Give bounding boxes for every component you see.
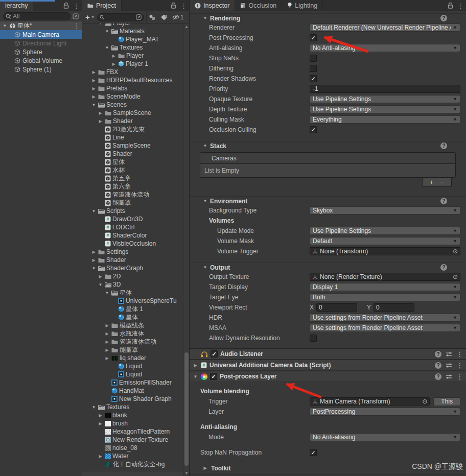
dropdown[interactable]: Use settings from Render Pipeline Asset▼	[310, 314, 460, 322]
project-tree-item[interactable]: #VisbleOcclusion	[82, 240, 183, 248]
project-tree-item[interactable]: ▶Shader	[82, 117, 183, 125]
foldout-closed-icon[interactable]: ▶	[202, 466, 208, 470]
foldout-closed-icon[interactable]: ▶	[104, 331, 110, 336]
foldout-open-icon[interactable]: ▼	[104, 45, 110, 50]
component-header[interactable]: ▼✓ Post-process Layer ? ⋮	[190, 371, 466, 382]
project-tree-item[interactable]: ▶模型线条	[82, 321, 183, 329]
project-tree-item[interactable]: 化工自动化安全-bg	[82, 460, 183, 468]
foldout-closed-icon[interactable]: ▶	[111, 62, 116, 66]
foldout-closed-icon[interactable]: ▶	[91, 258, 97, 263]
hierarchy-search-input[interactable]: All	[3, 12, 71, 20]
project-tree-item[interactable]: SampleScene	[82, 141, 183, 150]
project-tree-item[interactable]: ▶SceneModle	[82, 92, 183, 101]
project-tree-item[interactable]: ▶2D	[82, 272, 183, 280]
checkbox[interactable]	[310, 55, 317, 62]
foldout-open-icon[interactable]: ▼	[104, 291, 110, 295]
foldout-closed-icon[interactable]: ▶	[91, 94, 97, 99]
foldout-closed-icon[interactable]: ▶	[104, 348, 110, 352]
tab-inspector[interactable]: Inspector	[190, 0, 235, 11]
project-tree-item[interactable]: ▼Materials	[82, 27, 183, 35]
project-tree-item[interactable]: #ShaderColor	[82, 231, 183, 240]
dropdown[interactable]: PostProcessing▼	[310, 408, 460, 416]
foldout-closed-icon[interactable]: ▶	[104, 340, 110, 344]
foldout-open-icon[interactable]: ▼	[193, 374, 198, 379]
foldout-open-icon[interactable]: ▼	[202, 16, 208, 20]
foldout-open-icon[interactable]: ▼	[98, 282, 103, 287]
project-tree-item[interactable]: ▶HDRPDefaultResources	[82, 76, 183, 84]
dropdown[interactable]: Use Pipeline Settings▼	[310, 105, 460, 113]
foldout-closed-icon[interactable]: ▶	[98, 454, 103, 459]
project-tree-item[interactable]: HexagonTiledPattern	[82, 427, 183, 436]
checkbox[interactable]: ✓	[310, 34, 317, 41]
component-header[interactable]: ✓ Audio Listener ? ⋮	[190, 348, 466, 360]
project-tree-item[interactable]: 星体	[82, 158, 183, 166]
lock-icon[interactable]	[63, 3, 69, 9]
component-enabled-checkbox[interactable]: ✓	[210, 373, 217, 380]
dropdown[interactable]: Use Pipeline Settings▼	[310, 95, 460, 103]
dropdown[interactable]: Use settings from Render Pipeline Asset▼	[310, 324, 460, 332]
dropdown[interactable]: Everything▼	[310, 115, 460, 124]
foldout-closed-icon[interactable]: ▶	[91, 250, 97, 254]
dropdown[interactable]: No Anti-aliasing▼	[310, 433, 460, 441]
project-tree-item[interactable]: 2D激光光束	[82, 125, 183, 133]
component-header[interactable]: ▶# Universal Additional Camera Data (Scr…	[190, 360, 466, 371]
text-field[interactable]: -1	[310, 85, 460, 93]
component-enabled-checkbox[interactable]: ✓	[211, 350, 218, 358]
project-tree-item[interactable]: Shader	[82, 150, 183, 158]
dropdown[interactable]: Use Pipeline Settings▼	[310, 227, 460, 235]
project-tree-item[interactable]: 管道液体流动	[82, 191, 183, 199]
hierarchy-item[interactable]: Sphere	[0, 47, 82, 56]
tab-hierarchy[interactable]: ierarchy	[0, 0, 33, 11]
foldout-closed-icon[interactable]: ▶	[104, 356, 110, 361]
kebab-menu-icon[interactable]: ⋮	[456, 373, 463, 380]
help-icon[interactable]: ?	[435, 373, 441, 380]
project-tree-item[interactable]: Player_MAT	[82, 35, 183, 43]
foldout-open-icon[interactable]: ▼	[91, 103, 97, 107]
help-icon[interactable]: ?	[435, 362, 441, 369]
foldout-closed-icon[interactable]: ▶	[91, 78, 97, 83]
tab-lighting[interactable]: Lighting	[282, 0, 323, 11]
foldout-closed-icon[interactable]: ▶	[91, 86, 97, 91]
checkbox[interactable]: ✓	[310, 449, 317, 456]
project-tree-item[interactable]: New Shader Graph	[82, 395, 183, 403]
project-tree-item[interactable]: 第五章	[82, 174, 183, 182]
project-tree-item[interactable]: ▼Textures	[82, 43, 183, 52]
project-scrollbar[interactable]: ▲ ▼	[183, 23, 189, 476]
foldout-open-icon[interactable]: ▼	[104, 29, 110, 34]
object-field[interactable]: None (Render Texture)⊙	[310, 273, 460, 281]
project-tree-item[interactable]: ▶Settings	[82, 248, 183, 256]
kebab-menu-icon[interactable]: ⋮	[457, 2, 464, 10]
project-tree-item[interactable]: #LODCtrl	[82, 223, 183, 231]
project-tree-item[interactable]: noise_08	[82, 444, 183, 452]
foldout-open-icon[interactable]: ▼	[2, 23, 8, 28]
foldout-open-icon[interactable]: ▼	[91, 405, 97, 410]
foldout-closed-icon[interactable]: ▶	[98, 421, 103, 426]
checkbox[interactable]	[310, 335, 317, 342]
add-button[interactable]: +	[430, 178, 434, 186]
tab-project[interactable]: Project	[82, 0, 122, 11]
dropdown[interactable]: Default▼	[310, 237, 460, 245]
foldout-open-icon[interactable]: ▼	[202, 265, 208, 270]
foldout-closed-icon[interactable]: ▶	[98, 274, 103, 279]
foldout-open-icon[interactable]: ▼	[202, 199, 208, 203]
search-by-type-button[interactable]	[146, 11, 158, 23]
foldout-closed-icon[interactable]: ▶	[98, 119, 103, 124]
project-tree-item[interactable]: ▶FBX	[82, 68, 183, 76]
section-header[interactable]: ▼ Output ?	[190, 263, 466, 272]
help-icon[interactable]: ?	[440, 142, 447, 149]
create-asset-button[interactable]: +▼	[85, 13, 95, 21]
project-tree-item[interactable]: ▼Scenes	[82, 101, 183, 109]
project-tree-item[interactable]: New Render Texture	[82, 436, 183, 444]
foldout-closed-icon[interactable]: ▶	[111, 54, 116, 58]
scene-kebab-icon[interactable]: ⋮	[73, 22, 80, 30]
foldout-open-icon[interactable]: ▼	[91, 266, 97, 271]
this-button[interactable]: This	[433, 397, 460, 406]
object-picker-icon[interactable]: ⊙	[453, 248, 458, 255]
project-tree-item[interactable]: #DrawOn3D	[82, 215, 183, 223]
foldout-closed-icon[interactable]: ▶	[104, 323, 110, 328]
foldout-closed-icon[interactable]: ▶	[193, 363, 198, 368]
lock-icon[interactable]	[171, 3, 176, 9]
project-tree-item[interactable]: ▶能量罩	[82, 346, 183, 354]
project-tree-item[interactable]: ▼Scripts	[82, 207, 183, 215]
help-icon[interactable]: ?	[440, 264, 447, 271]
